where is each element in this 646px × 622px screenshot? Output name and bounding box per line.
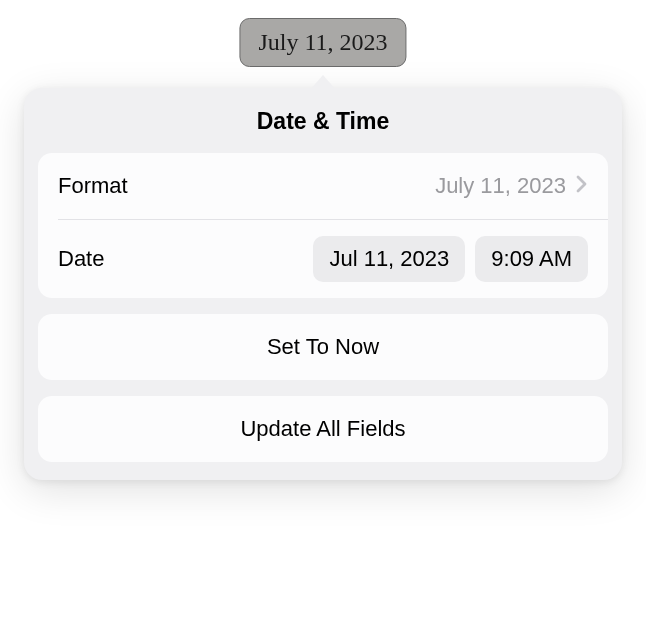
time-picker-chip[interactable]: 9:09 AM <box>475 236 588 282</box>
update-all-fields-button[interactable]: Update All Fields <box>38 396 608 462</box>
date-row: Date Jul 11, 2023 9:09 AM <box>38 220 608 298</box>
format-row[interactable]: Format July 11, 2023 <box>38 153 608 219</box>
date-label: Date <box>58 246 104 272</box>
date-time-popover: Date & Time Format July 11, 2023 Date Ju… <box>24 88 622 480</box>
format-label: Format <box>58 173 128 199</box>
chevron-right-icon <box>576 175 588 197</box>
popover-arrow <box>309 75 337 91</box>
date-field-preview: July 11, 2023 <box>239 18 406 67</box>
settings-card: Format July 11, 2023 Date Jul 11, 2023 9… <box>38 153 608 298</box>
date-picker-chip[interactable]: Jul 11, 2023 <box>313 236 465 282</box>
set-to-now-button[interactable]: Set To Now <box>38 314 608 380</box>
popover-title: Date & Time <box>38 108 608 135</box>
format-value: July 11, 2023 <box>435 173 566 199</box>
